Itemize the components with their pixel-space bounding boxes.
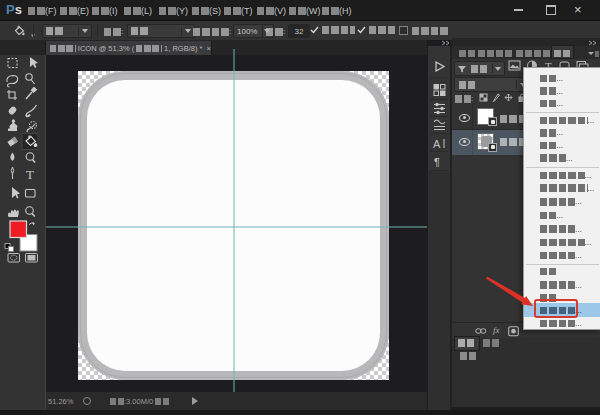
svg-text:¶: ¶ <box>434 156 440 168</box>
svg-text:T: T <box>26 167 34 182</box>
svg-text:A: A <box>433 138 441 150</box>
